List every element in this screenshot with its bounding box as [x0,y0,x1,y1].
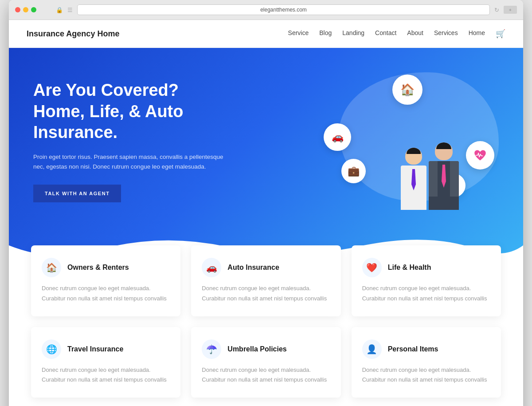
car-icon: 🚗 [324,123,351,151]
minimize-button[interactable] [23,7,28,12]
service-card-travel: 🌐 Travel Insurance Donec rutrum congue l… [31,327,180,398]
travel-title: Travel Insurance [67,345,123,353]
auto-title: Auto Insurance [227,264,279,272]
nav-item-home[interactable]: Home [469,29,485,39]
service-card-personal: 👤 Personal Items Donec rutrum congue leo… [352,327,501,398]
nav-item-landing[interactable]: Landing [342,29,364,39]
auto-icon: 🚗 [202,258,221,277]
close-button[interactable] [15,7,20,12]
new-tab-button[interactable]: + [504,6,517,14]
nav-item-services[interactable]: Services [434,29,458,39]
agent-2 [429,142,459,210]
browser-chrome: 🔒 ☰ elegantthemes.com ↻ + [9,0,523,20]
maximize-button[interactable] [31,7,36,12]
url-text: elegantthemes.com [260,7,307,13]
umbrella-desc: Donec rutrum congue leo eget malesuada. … [202,365,330,386]
nav-item-about[interactable]: About [407,29,423,39]
website: Insurance Agency Home Service Blog Landi… [9,20,523,406]
personal-title: Personal Items [388,345,438,353]
agent-1 [401,148,426,210]
life-title: Life & Health [388,264,431,272]
service-card-owners: 🏠 Owners & Renters Donec rutrum congue l… [31,245,180,316]
hero-title: Are You Covered?Home, Life, & AutoInsura… [33,80,224,143]
service-card-umbrella: ☂️ Umbrella Policies Donec rutrum congue… [191,327,340,398]
agent-figures [401,142,459,210]
travel-icon: 🌐 [42,339,61,359]
navbar: Insurance Agency Home Service Blog Landi… [9,20,523,48]
health-icon [466,141,494,169]
url-bar[interactable]: elegantthemes.com [77,4,490,15]
umbrella-title: Umbrella Policies [227,345,286,353]
service-card-auto: 🚗 Auto Insurance Donec rutrum congue leo… [191,245,340,316]
hero-section: Are You Covered?Home, Life, & AutoInsura… [9,48,523,268]
nav-item-blog[interactable]: Blog [319,29,332,39]
nav-item-contact[interactable]: Contact [375,29,396,39]
services-section: 🏠 Owners & Renters Donec rutrum congue l… [9,245,523,406]
hero-illustration: 🏠 🚗 💼 🔒 [313,72,499,210]
briefcase-icon: 💼 [341,159,366,183]
owners-desc: Donec rutrum congue leo eget malesuada. … [42,284,170,304]
hero-content: Are You Covered?Home, Life, & AutoInsura… [33,80,224,202]
owners-icon: 🏠 [42,258,61,277]
personal-desc: Donec rutrum congue leo eget malesuada. … [362,365,490,386]
service-card-life: ❤️ Life & Health Donec rutrum congue leo… [352,245,501,316]
services-row-2: 🌐 Travel Insurance Donec rutrum congue l… [31,327,501,406]
life-icon: ❤️ [362,258,382,277]
nav-item-cart[interactable]: 🛒 [496,29,505,39]
life-desc: Donec rutrum congue leo eget malesuada. … [362,284,490,304]
browser-window: 🔒 ☰ elegantthemes.com ↻ + Insurance Agen… [9,0,523,406]
auto-desc: Donec rutrum congue leo eget malesuada. … [202,284,330,304]
nav-item-service[interactable]: Service [288,29,309,39]
services-row-1: 🏠 Owners & Renters Donec rutrum congue l… [31,245,501,316]
owners-title: Owners & Renters [67,264,129,272]
brand-logo: Insurance Agency Home [27,29,119,39]
nav-menu: Service Blog Landing Contact About Servi… [288,29,505,39]
personal-icon: 👤 [362,339,382,359]
umbrella-icon: ☂️ [202,339,221,359]
travel-desc: Donec rutrum congue leo eget malesuada. … [42,365,170,386]
talk-agent-button[interactable]: TALK WITH AN AGENT [33,185,121,202]
hero-description: Proin eget tortor risus. Praesent sapien… [33,152,224,172]
house-icon: 🏠 [392,75,422,105]
traffic-lights [15,7,36,12]
